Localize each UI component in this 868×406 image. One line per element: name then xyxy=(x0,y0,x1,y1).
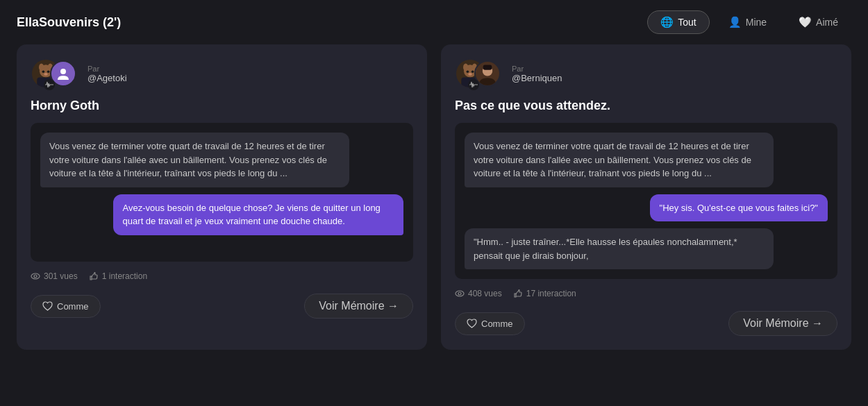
card-1-chat-preview: Vous venez de terminer votre quart de tr… xyxy=(31,123,413,262)
card-2-views-stat: 408 vues xyxy=(455,289,502,298)
card-1-pulse-icon xyxy=(44,79,55,90)
card-2-interactions-stat: 17 interaction xyxy=(513,289,576,298)
svg-point-13 xyxy=(463,63,468,71)
card-1-views-stat: 301 vues xyxy=(31,271,78,281)
card-2-bubble-3: "Hmm.. - juste traîner...*Elle hausse le… xyxy=(465,228,774,269)
globe-icon: 🌐 xyxy=(660,16,674,28)
svg-point-23 xyxy=(458,292,461,295)
card-2-like-label: Comme xyxy=(481,319,513,329)
card-2: Par @Berniquen Pas ce que vous attendez.… xyxy=(441,44,851,350)
thumbsup-icon-2 xyxy=(513,289,523,298)
svg-point-10 xyxy=(34,275,37,278)
card-1-bubble-1: Vous venez de terminer votre quart de tr… xyxy=(40,133,349,187)
svg-rect-21 xyxy=(483,65,492,69)
svg-point-8 xyxy=(60,69,66,74)
filter-aime-label: Aimé xyxy=(816,17,838,28)
filter-mine-button[interactable]: 👤 Mine xyxy=(715,10,780,34)
svg-point-6 xyxy=(44,73,47,76)
cards-container: Par @Agetoki Horny Goth Vous venez de te… xyxy=(0,44,868,366)
card-2-title: Pas ce que vous attendez. xyxy=(455,99,837,113)
filter-aime-button[interactable]: 🤍 Aimé xyxy=(785,10,851,34)
card-1-footer: Comme Voir Mémoire → xyxy=(31,294,413,319)
page-title: EllaSouvenirs (2') xyxy=(17,15,121,30)
card-2-author-name: @Berniquen xyxy=(512,73,562,83)
svg-point-17 xyxy=(468,73,471,76)
eye-icon xyxy=(31,271,40,281)
card-1-view-button[interactable]: Voir Mémoire → xyxy=(304,294,413,319)
eye-icon-2 xyxy=(455,289,465,298)
card-2-avatar-stack xyxy=(455,58,505,89)
svg-point-9 xyxy=(31,273,40,279)
svg-point-16 xyxy=(471,70,474,73)
card-2-stats: 408 vues 17 interaction xyxy=(455,289,837,298)
card-2-author-label: Par xyxy=(512,65,562,73)
heart-icon-filter: 🤍 xyxy=(799,16,812,28)
thumbsup-icon xyxy=(89,271,99,281)
card-1-bubble-2: Avez-vous besoin de quelque chose? Je vi… xyxy=(113,194,403,235)
card-1-author-label: Par xyxy=(87,65,127,73)
svg-point-22 xyxy=(456,291,464,296)
card-1-like-button[interactable]: Comme xyxy=(31,295,101,318)
card-1-interactions-stat: 1 interaction xyxy=(89,271,147,281)
filter-tout-label: Tout xyxy=(678,17,696,28)
card-2-bubble-1: Vous venez de terminer votre quart de tr… xyxy=(465,133,774,187)
card-1-avatar-stack xyxy=(31,58,81,89)
filter-mine-label: Mine xyxy=(746,17,767,28)
card-1-views: 301 vues xyxy=(44,271,78,281)
card-1-author-name: @Agetoki xyxy=(87,73,127,83)
card-1-like-label: Comme xyxy=(57,301,89,312)
card-2-header: Par @Berniquen xyxy=(455,58,837,89)
card-2-view-button[interactable]: Voir Mémoire → xyxy=(728,311,837,336)
card-2-bubble-2: "Hey sis. Qu'est-ce que vous faites ici?… xyxy=(650,194,828,222)
header: EllaSouvenirs (2') 🌐 Tout 👤 Mine 🤍 Aimé xyxy=(0,0,868,44)
card-1-title: Horny Goth xyxy=(31,99,413,113)
card-1-stats: 301 vues 1 interaction xyxy=(31,271,413,281)
card-2-like-button[interactable]: Comme xyxy=(455,312,525,335)
heart-icon-like-2 xyxy=(467,319,477,329)
svg-point-4 xyxy=(42,70,45,73)
card-1-header: Par @Agetoki xyxy=(31,58,413,89)
user-icon: 👤 xyxy=(728,16,742,28)
card-1: Par @Agetoki Horny Goth Vous venez de te… xyxy=(17,44,427,350)
card-2-footer: Comme Voir Mémoire → xyxy=(455,311,837,336)
card-2-chat-preview: Vous venez de terminer votre quart de tr… xyxy=(455,123,837,279)
svg-point-15 xyxy=(467,70,469,73)
card-2-view-label: Voir Mémoire → xyxy=(743,317,823,330)
card-2-pulse-icon xyxy=(468,79,479,90)
card-2-interactions: 17 interaction xyxy=(526,289,576,298)
card-2-author-info: Par @Berniquen xyxy=(512,65,562,83)
card-1-interactions: 1 interaction xyxy=(102,271,147,281)
card-1-view-label: Voir Mémoire → xyxy=(319,300,399,312)
svg-point-5 xyxy=(47,70,50,73)
filter-tout-button[interactable]: 🌐 Tout xyxy=(647,10,709,34)
card-2-views: 408 vues xyxy=(468,289,502,298)
heart-icon-like xyxy=(42,301,53,312)
card-1-author-info: Par @Agetoki xyxy=(87,65,127,83)
svg-point-2 xyxy=(39,63,44,71)
filter-group: 🌐 Tout 👤 Mine 🤍 Aimé xyxy=(647,10,851,34)
